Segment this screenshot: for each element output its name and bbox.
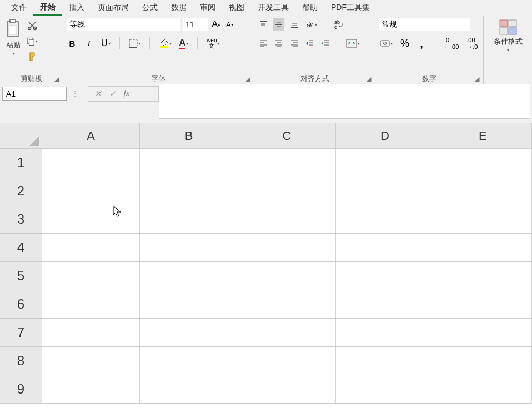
tab-file[interactable]: 文件: [4, 1, 33, 15]
cell-C8[interactable]: [238, 347, 336, 375]
currency-button[interactable]: ▾: [379, 37, 394, 50]
name-box[interactable]: [2, 87, 67, 101]
wrap-text-button[interactable]: abc: [332, 18, 345, 31]
underline-button[interactable]: U▾: [100, 37, 112, 50]
increase-font-button[interactable]: A▴: [210, 18, 222, 31]
cell-E6[interactable]: [434, 290, 532, 318]
cell-A6[interactable]: [42, 290, 140, 318]
row-header-8[interactable]: 8: [0, 347, 42, 375]
cut-button[interactable]: [26, 19, 39, 32]
decrease-font-button[interactable]: A▾: [224, 18, 235, 31]
enter-formula-button[interactable]: ✓: [107, 89, 117, 99]
cell-D4[interactable]: [336, 234, 434, 261]
cell-A2[interactable]: [42, 177, 140, 205]
cell-B9[interactable]: [140, 375, 238, 403]
cell-A9[interactable]: [42, 375, 140, 403]
row-header-4[interactable]: 4: [0, 234, 42, 261]
comma-button[interactable]: ,: [416, 37, 427, 50]
cell-D7[interactable]: [336, 319, 434, 346]
row-header-3[interactable]: 3: [0, 205, 42, 233]
alignment-launcher[interactable]: ◢: [365, 75, 373, 83]
cell-C1[interactable]: [238, 149, 336, 177]
decrease-indent-button[interactable]: [304, 37, 315, 50]
copy-button[interactable]: ▾: [26, 34, 39, 48]
align-center-button[interactable]: [273, 37, 284, 50]
formula-input[interactable]: [159, 84, 530, 119]
cell-D2[interactable]: [336, 177, 434, 205]
fx-button[interactable]: fx: [122, 89, 132, 99]
cell-D5[interactable]: [336, 262, 434, 290]
column-header-d[interactable]: D: [336, 123, 434, 148]
column-header-a[interactable]: A: [42, 123, 140, 148]
cell-B3[interactable]: [140, 205, 238, 233]
cell-E9[interactable]: [434, 375, 532, 403]
cell-E5[interactable]: [434, 262, 532, 290]
cell-D8[interactable]: [336, 347, 434, 375]
cell-B4[interactable]: [140, 234, 238, 261]
cell-C2[interactable]: [238, 177, 336, 205]
cell-B5[interactable]: [140, 262, 238, 290]
number-launcher[interactable]: ◢: [473, 75, 481, 83]
select-all-corner[interactable]: [0, 123, 42, 148]
merge-cells-button[interactable]: ▾: [345, 37, 361, 50]
row-header-2[interactable]: 2: [0, 177, 42, 205]
cell-C7[interactable]: [238, 319, 336, 346]
cell-C3[interactable]: [238, 205, 336, 233]
clipboard-launcher[interactable]: ◢: [53, 75, 61, 83]
fill-color-button[interactable]: ▾: [158, 37, 173, 50]
tab-page-layout[interactable]: 页面布局: [91, 1, 135, 15]
bold-button[interactable]: B: [67, 37, 78, 50]
cell-E8[interactable]: [434, 347, 532, 375]
cell-E2[interactable]: [434, 177, 532, 205]
phonetic-button[interactable]: wén文▾: [205, 37, 220, 50]
tab-data[interactable]: 数据: [164, 1, 193, 15]
cell-B7[interactable]: [140, 319, 238, 346]
format-painter-button[interactable]: [26, 50, 39, 63]
increase-decimal-button[interactable]: .0←.00: [443, 37, 460, 50]
tab-review[interactable]: 审阅: [193, 1, 222, 15]
cell-B6[interactable]: [140, 290, 238, 318]
decrease-decimal-button[interactable]: .00→.0: [465, 37, 479, 50]
font-name-select[interactable]: [67, 18, 180, 31]
align-right-button[interactable]: [289, 37, 300, 50]
cell-D1[interactable]: [336, 149, 434, 177]
align-bottom-button[interactable]: [289, 18, 300, 31]
tab-view[interactable]: 视图: [222, 1, 251, 15]
cell-A4[interactable]: [42, 234, 140, 261]
tab-home[interactable]: 开始: [33, 0, 62, 16]
cell-E4[interactable]: [434, 234, 532, 261]
font-color-button[interactable]: A▾: [178, 37, 190, 50]
row-header-7[interactable]: 7: [0, 319, 42, 346]
tab-help[interactable]: 帮助: [295, 1, 324, 15]
tab-insert[interactable]: 插入: [62, 1, 91, 15]
increase-indent-button[interactable]: [320, 37, 331, 50]
number-format-select[interactable]: [379, 18, 470, 31]
cell-B1[interactable]: [140, 149, 238, 177]
italic-button[interactable]: I: [83, 37, 94, 50]
cell-C5[interactable]: [238, 262, 336, 290]
cell-A7[interactable]: [42, 319, 140, 346]
cell-E1[interactable]: [434, 149, 532, 177]
column-header-b[interactable]: B: [140, 123, 238, 148]
tab-developer[interactable]: 开发工具: [251, 1, 295, 15]
drag-handle-icon[interactable]: ⋮: [71, 89, 79, 98]
font-size-select[interactable]: [183, 18, 208, 31]
cell-A3[interactable]: [42, 205, 140, 233]
cell-D9[interactable]: [336, 375, 434, 403]
row-header-5[interactable]: 5: [0, 262, 42, 290]
percent-button[interactable]: %: [399, 37, 410, 50]
cell-A1[interactable]: [42, 149, 140, 177]
align-left-button[interactable]: [258, 37, 269, 50]
row-header-6[interactable]: 6: [0, 290, 42, 318]
cell-E7[interactable]: [434, 319, 532, 346]
cell-A5[interactable]: [42, 262, 140, 290]
cell-E3[interactable]: [434, 205, 532, 233]
paste-button[interactable]: 粘贴 ▾: [3, 18, 23, 57]
cell-D6[interactable]: [336, 290, 434, 318]
conditional-format-button[interactable]: 条件格式 ▾: [491, 18, 525, 54]
align-middle-button[interactable]: [273, 18, 284, 31]
column-header-e[interactable]: E: [434, 123, 532, 148]
cell-D3[interactable]: [336, 205, 434, 233]
cell-B2[interactable]: [140, 177, 238, 205]
cancel-formula-button[interactable]: ✕: [93, 89, 103, 99]
